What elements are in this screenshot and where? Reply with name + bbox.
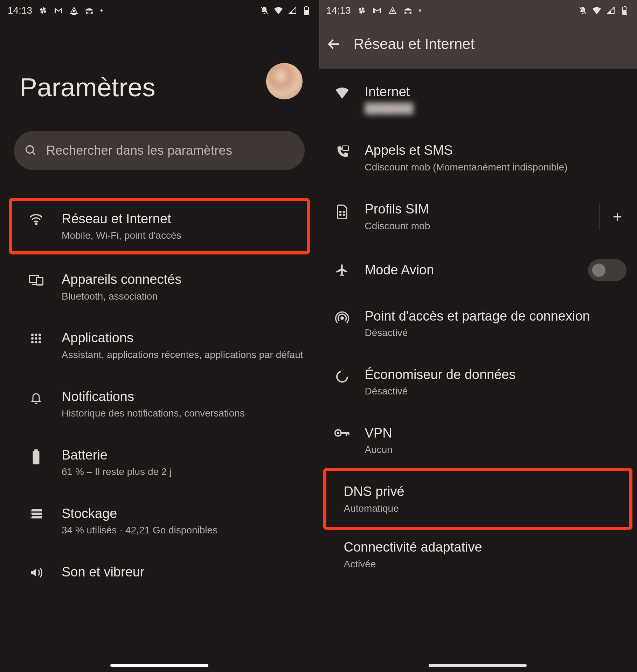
svg-point-47 [340,214,341,215]
settings-list: Réseau et Internet Mobile, Wi-Fi, point … [0,170,319,584]
app-bar: Réseau et Internet [319,20,637,69]
data-saver-icon [333,366,351,384]
airplane-toggle[interactable] [588,259,626,281]
svg-rect-33 [31,513,32,514]
search-input[interactable]: Rechercher dans les paramètres [14,131,305,170]
row-sim-profiles[interactable]: Profils SIM Cdiscount mob + [319,187,637,246]
gesture-bar[interactable] [110,664,208,667]
add-sim-button[interactable]: + [608,207,626,226]
row-calls-sms[interactable]: Appels et SMS Cdiscount mob (Momentanéme… [319,128,637,187]
row-vpn[interactable]: VPN Aucun [319,411,637,470]
back-icon[interactable] [326,37,341,51]
row-subtitle: 34 % utilisés - 42,21 Go disponibles [62,524,308,537]
svg-rect-41 [623,10,626,14]
gmail-icon [54,6,63,15]
network-settings-screen: 14:13 • ! [319,0,637,672]
row-connected-devices[interactable]: Appareils connectés Bluetooth, associati… [0,258,319,316]
avatar[interactable] [266,63,303,99]
svg-point-49 [340,316,344,320]
row-network[interactable]: Réseau et Internet Mobile, Wi-Fi, point … [11,200,308,253]
bell-off-icon [578,6,587,15]
row-title: Mode Avion [365,261,567,279]
svg-point-46 [343,211,344,212]
row-title: Stockage [62,505,308,522]
dot-icon: • [100,6,103,15]
svg-point-48 [343,214,344,215]
vertical-divider [600,203,600,230]
svg-point-8 [26,146,34,153]
row-title: Réseau et Internet [62,210,298,227]
svg-rect-54 [346,432,347,436]
storage-icon [27,505,45,520]
svg-text:!: ! [295,7,296,10]
search-placeholder: Rechercher dans les paramètres [46,143,232,158]
row-title: Applications [62,329,308,346]
svg-point-10 [35,223,37,225]
svg-rect-55 [348,432,349,435]
row-battery[interactable]: Batterie 61 % – Il reste plus de 2 j [0,433,319,492]
row-subtitle: Activée [344,558,620,571]
pinwheel-icon [39,6,48,15]
status-bar: 14:13 MM • ! [0,0,319,20]
gesture-bar[interactable] [429,664,527,667]
row-sound[interactable]: Son et vibreur [0,550,319,583]
row-hotspot[interactable]: Point d'accès et partage de connexion Dé… [319,294,637,353]
vpn-key-icon [333,425,351,438]
battery-icon [620,6,629,15]
row-private-dns[interactable]: DNS privé Automatique [325,470,631,528]
svg-text:MM: MM [72,13,76,15]
svg-point-16 [35,334,37,336]
row-subtitle: Cdiscount mob (Momentanément indisponibl… [365,161,620,174]
row-title: Notifications [62,388,308,405]
bell-icon [27,388,45,405]
row-subtitle: Cdiscount mob [365,219,579,233]
row-airplane-mode[interactable]: Mode Avion [319,246,637,294]
triangle-person-icon: MM [69,6,78,15]
row-internet[interactable]: Internet ███████ [319,70,637,128]
hotspot-icon [333,308,351,325]
row-apps[interactable]: Applications Assistant, applications réc… [0,316,319,374]
row-title: Appareils connectés [62,271,308,288]
row-subtitle: Mobile, Wi-Fi, point d'accès [62,229,298,242]
row-subtitle: ███████ [365,102,620,115]
wifi-icon [592,6,601,15]
svg-rect-12 [37,278,43,285]
svg-rect-24 [33,451,40,464]
row-notifications[interactable]: Notifications Historique des notificatio… [0,375,319,433]
svg-rect-53 [340,432,348,434]
svg-rect-27 [30,513,42,515]
row-title: VPN [365,425,620,442]
svg-rect-28 [30,516,42,519]
incognito-icon [85,6,94,15]
status-bar: 14:13 • ! [319,0,637,20]
svg-point-50 [337,371,347,382]
svg-rect-25 [34,449,37,451]
row-data-saver[interactable]: Économiseur de données Désactivé [319,353,637,411]
airplane-icon [333,263,351,277]
row-subtitle: 61 % – Il reste plus de 2 j [62,465,308,478]
row-subtitle: Automatique [344,502,614,515]
devices-icon [27,271,45,286]
row-trailing: + [600,203,626,230]
svg-point-19 [35,337,37,340]
row-subtitle: Désactivé [365,326,620,340]
clock: 14:13 [326,5,351,16]
wifi-filled-icon [333,83,351,99]
wifi-icon [274,6,283,15]
svg-rect-43 [342,146,348,150]
phone-sms-icon [333,142,351,159]
sim-icon [333,201,351,219]
battery-icon [27,447,45,465]
row-adaptive-connectivity[interactable]: Connectivité adaptative Activée [319,528,637,584]
row-title: Internet [365,83,620,100]
svg-point-20 [39,337,41,340]
row-subtitle: Assistant, applications récentes, applic… [62,348,308,362]
row-storage[interactable]: Stockage 34 % utilisés - 42,21 Go dispon… [0,492,319,550]
row-title: Économiseur de données [365,366,620,383]
row-title: Point d'accès et partage de connexion [365,308,620,325]
row-trailing [588,259,626,281]
row-title: Profils SIM [365,201,579,218]
volume-icon [27,564,45,579]
svg-rect-32 [31,510,32,511]
settings-home-screen: 14:13 MM • ! [0,0,319,672]
